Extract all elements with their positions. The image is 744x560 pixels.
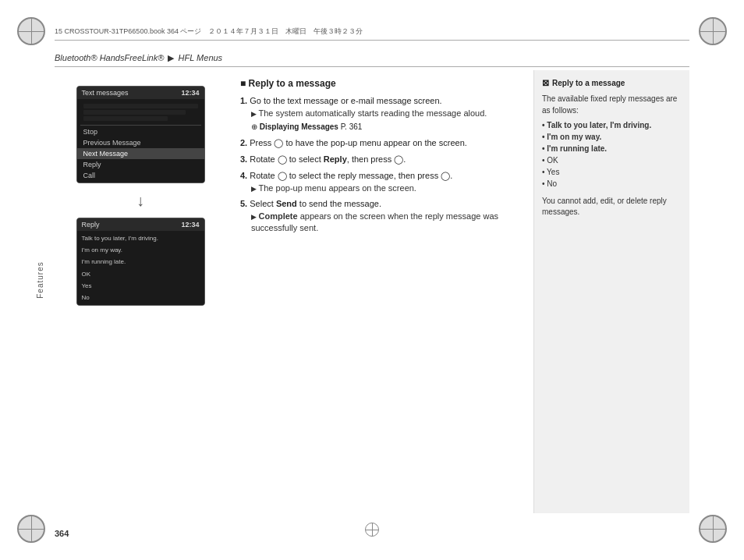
list-item-3: 3. Rotate ◯ to select Reply, then press … [240, 154, 519, 166]
menu-reply[interactable]: Reply [77, 159, 204, 170]
print-line: 15 CROSSTOUR-31TP66500.book 364 ページ ２０１４… [55, 27, 689, 41]
screen1-header: Text messages 12:34 [77, 87, 204, 99]
note-title: Reply to a message [542, 78, 682, 88]
corner-bl [17, 515, 45, 543]
note-item-2: I'm running late. [542, 143, 682, 154]
reply-item-3[interactable]: OK [77, 268, 204, 280]
step-1-ref: ⊕ Displaying Messages P. 361 [240, 122, 519, 133]
menu-call[interactable]: Call [77, 170, 204, 181]
menu-stop[interactable]: Stop [77, 126, 204, 137]
instruction-list: 1. Go to the text message or e-mail mess… [240, 95, 519, 235]
reply-item-5[interactable]: No [77, 292, 204, 303]
screen2-time: 12:34 [181, 221, 199, 229]
breadcrumb-arrow: ▶ [168, 53, 174, 62]
corner-tr [699, 17, 727, 45]
side-label: Features [36, 261, 44, 298]
note-intro: The available fixed reply messages are a… [542, 93, 682, 116]
step-5-sub: Complete appears on the screen when the … [240, 211, 519, 235]
screen1: Text messages 12:34 Stop Previous Messag… [76, 86, 205, 183]
step-3-num: 3. [240, 154, 247, 164]
bottom-center-mark [365, 523, 379, 537]
screen2: Reply 12:34 Talk to you later, I'm drivi… [76, 218, 205, 306]
screen1-messages [77, 101, 204, 124]
list-item-4: 4. Rotate ◯ to select the reply message,… [240, 170, 519, 194]
page-number: 364 [55, 529, 69, 538]
note-items-list: Talk to you later, I'm driving. I'm on m… [542, 119, 682, 190]
step-5-num: 5. [240, 199, 247, 208]
step-4-sub: The pop-up menu appears on the screen. [240, 183, 519, 194]
reply-item-0[interactable]: Talk to you later, I'm driving. [77, 232, 204, 244]
corner-tl [17, 17, 45, 45]
screen2-body: Talk to you later, I'm driving. I'm on m… [77, 231, 204, 305]
step-4-num: 4. [240, 171, 247, 180]
step-1-sub: The system automatically starts reading … [240, 108, 519, 119]
note-item-5: No [542, 178, 682, 190]
menu-prev-message[interactable]: Previous Message [77, 137, 204, 148]
right-column: Reply to a message The available fixed r… [533, 70, 689, 513]
reply-item-4[interactable]: Yes [77, 280, 204, 292]
reply-item-2[interactable]: I'm running late. [77, 256, 204, 268]
page: 15 CROSSTOUR-31TP66500.book 364 ページ ２０１４… [0, 0, 744, 560]
menu-next-message[interactable]: Next Message [77, 148, 204, 159]
breadcrumb-part1: Bluetooth® HandsFreeLink® [55, 53, 164, 62]
breadcrumb-part2: HFL Menus [178, 53, 222, 62]
reply-item-1[interactable]: I'm on my way. [77, 244, 204, 256]
note-footer: You cannot add, edit, or delete reply me… [542, 196, 682, 218]
list-item-1: 1. Go to the text message or e-mail mess… [240, 95, 519, 133]
corner-br [699, 515, 727, 543]
screen1-body: Stop Previous Message Next Message Reply… [77, 99, 204, 183]
screen1-time: 12:34 [181, 89, 199, 97]
breadcrumb: Bluetooth® HandsFreeLink® ▶ HFL Menus [55, 53, 689, 67]
center-column: Reply to a message 1. Go to the text mes… [226, 70, 533, 513]
note-item-4: Yes [542, 166, 682, 178]
section-title: Reply to a message [240, 78, 519, 89]
down-arrow-icon: ↓ [136, 193, 144, 208]
note-item-3: OK [542, 154, 682, 166]
list-item-5: 5. Select Send to send the message. Comp… [240, 198, 519, 235]
left-column: Text messages 12:34 Stop Previous Messag… [55, 70, 226, 513]
note-item-0: Talk to you later, I'm driving. [542, 119, 682, 131]
note-item-1: I'm on my way. [542, 131, 682, 143]
list-item-2: 2. Press ◯ to have the pop-up menu appea… [240, 137, 519, 150]
main-content: Text messages 12:34 Stop Previous Messag… [55, 70, 689, 513]
step-1-num: 1. [240, 96, 247, 105]
screen1-title: Text messages [82, 89, 129, 97]
screen2-header: Reply 12:34 [77, 218, 204, 231]
screen2-title: Reply [82, 221, 100, 229]
step-2-num: 2. [240, 138, 247, 147]
note-body: The available fixed reply messages are a… [542, 93, 682, 218]
print-line-text: 15 CROSSTOUR-31TP66500.book 364 ページ ２０１４… [55, 27, 363, 35]
